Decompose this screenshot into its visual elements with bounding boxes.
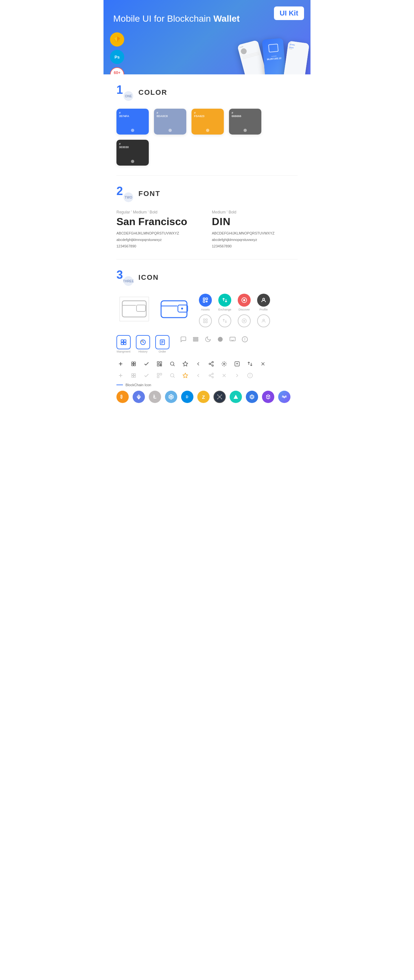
svg-rect-74 (132, 376, 133, 377)
svg-point-58 (170, 362, 174, 366)
blockchain-label: BlockChain Icon (116, 383, 298, 387)
svg-rect-8 (137, 305, 145, 312)
back-outline-icon (194, 371, 202, 380)
profile-icon (257, 294, 270, 307)
svg-point-20 (263, 298, 264, 300)
svg-point-27 (263, 319, 264, 321)
blockchain-line (116, 385, 123, 385)
nav-icons-colored: Assets Exchange Discover (197, 294, 272, 311)
svg-point-101 (217, 398, 218, 399)
svg-rect-79 (157, 376, 159, 378)
blockchain-label-text: BlockChain Icon (126, 383, 151, 387)
svg-point-19 (244, 299, 245, 301)
discover-icon-item: Discover (236, 294, 252, 311)
info-outline-icon (246, 371, 254, 380)
svg-rect-38 (193, 339, 198, 340)
svg-rect-52 (160, 362, 162, 364)
svg-rect-24 (206, 321, 207, 323)
svg-marker-82 (183, 373, 188, 378)
svg-marker-104 (250, 395, 254, 399)
history-label: History (139, 350, 148, 353)
font-section-number: 2 TWO (116, 185, 133, 202)
font-section-header: 2 TWO FONT (116, 185, 298, 202)
svg-line-65 (210, 363, 212, 364)
svg-point-100 (221, 395, 222, 396)
svg-rect-39 (193, 340, 198, 342)
svg-rect-7 (122, 301, 146, 317)
svg-line-59 (174, 365, 174, 366)
color-swatch-orange: #F5A623 (191, 109, 224, 135)
svg-rect-21 (204, 319, 205, 321)
management-icon-item: Mangment (116, 335, 131, 353)
back-icon (194, 360, 202, 368)
assets-icon (199, 294, 212, 307)
plus-icon (116, 360, 125, 368)
layers-outline-icon (129, 371, 138, 380)
svg-rect-28 (121, 340, 124, 342)
svg-rect-51 (157, 362, 159, 364)
close-icon (259, 360, 267, 368)
star-icon (181, 360, 189, 368)
svg-rect-15 (206, 298, 208, 300)
svg-rect-54 (160, 364, 161, 365)
cardano-icon (246, 391, 258, 403)
search-outline-icon (168, 371, 177, 380)
font-san-francisco: Regular ' Medium ' Bold San Francisco AB… (116, 210, 202, 249)
screens-badge: 60+ Screens (110, 67, 124, 75)
svg-rect-56 (160, 366, 161, 366)
discover-label: Discover (238, 308, 250, 311)
svg-rect-77 (157, 374, 159, 375)
profile-outline-icon-item (256, 314, 272, 327)
history-icon (136, 335, 150, 349)
svg-point-83 (212, 373, 213, 375)
litecoin-icon: Ł (149, 391, 161, 403)
svg-rect-41 (230, 337, 236, 341)
font-title: FONT (139, 189, 161, 198)
order-icon-item: Order (155, 335, 169, 353)
svg-point-80 (170, 374, 174, 377)
settings-icon (220, 360, 228, 368)
exchange-label: Exchange (218, 308, 231, 311)
color-swatches: #3574FA #8DA0C8 #F5A623 #666666 #303 (116, 109, 298, 165)
phone-mock-2: myWallet $6,297,502.12 (262, 38, 286, 75)
nav-icons-area: Assets Exchange Discover (197, 294, 272, 327)
svg-rect-55 (161, 364, 162, 365)
color-title: COLOR (139, 88, 167, 97)
assets-label: Assets (201, 308, 210, 311)
svg-line-64 (210, 364, 212, 366)
svg-rect-75 (134, 374, 135, 375)
icon-title: ICON (139, 273, 159, 282)
profile-outline-icon (257, 314, 270, 327)
circle-icon (216, 335, 225, 344)
color-section-number: 1 ONE (116, 84, 133, 101)
ethereum-icon (132, 391, 145, 403)
svg-point-17 (206, 301, 208, 302)
svg-text:₿: ₿ (120, 395, 123, 399)
font-grid: Regular ' Medium ' Bold San Francisco AB… (116, 210, 298, 249)
svg-point-13 (181, 308, 183, 310)
waves-icon (278, 391, 290, 403)
svg-rect-76 (134, 376, 135, 377)
export-icon (233, 360, 241, 368)
svg-rect-31 (124, 342, 126, 345)
history-icon-item: History (136, 335, 150, 353)
svg-point-63 (212, 365, 213, 366)
svg-point-66 (223, 363, 225, 365)
icon-section-number: 3 THREE (116, 269, 133, 286)
matic-icon (262, 391, 274, 403)
color-section: 1 ONE COLOR #3574FA #8DA0C8 #F5A623 (104, 75, 310, 175)
icon-section-header: 3 THREE ICON (116, 269, 298, 286)
svg-rect-57 (161, 366, 162, 366)
management-icon (116, 335, 131, 349)
zcash-icon: Z (197, 391, 210, 403)
svg-point-26 (244, 320, 245, 321)
wallet-icon-guide (116, 294, 152, 325)
svg-line-86 (210, 376, 212, 377)
color-swatch-gray: #8DA0C8 (154, 109, 186, 135)
order-label: Order (158, 350, 166, 353)
svg-line-87 (210, 374, 212, 375)
color-swatch-blue: #3574FA (116, 109, 149, 135)
check-outline-icon (142, 371, 151, 380)
svg-rect-53 (157, 364, 159, 366)
svg-point-84 (209, 375, 210, 377)
